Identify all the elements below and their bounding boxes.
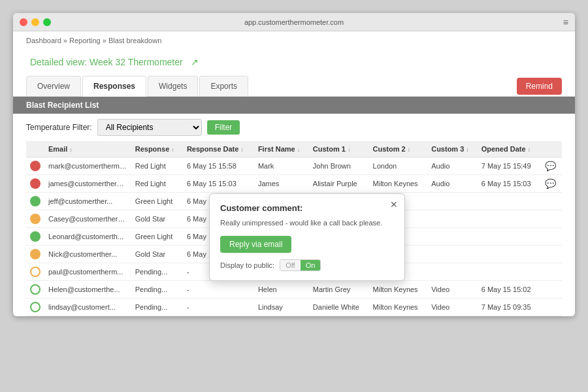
external-link-icon[interactable]: ↗ [191,57,199,67]
close-button[interactable] [20,18,27,26]
table-row[interactable]: mark@customerthermr... Red Light 6 May 1… [26,157,562,175]
public-toggle[interactable]: Off On [280,259,321,271]
col-opened-date[interactable]: Opened Date ↕ [478,141,541,157]
email-cell: Leonard@customerth... [44,228,131,246]
email-cell: jeff@customerther... [44,193,131,210]
reply-via-email-button[interactable]: Reply via email [220,236,291,253]
response-cell: Red Light [131,157,183,175]
first-name-cell: Helen [254,281,309,299]
tab-overview[interactable]: Overview [26,76,81,96]
opened-date-cell: 7 May 15 09:35 [478,299,541,316]
comment-cell[interactable] [541,246,562,263]
menu-icon[interactable]: ≡ [563,17,568,27]
custom2-cell: Milton Keynes [369,175,428,193]
filter-button[interactable]: Filter [207,120,240,135]
col-custom3[interactable]: Custom 3 ↕ [427,141,478,157]
toggle-off-option[interactable]: Off [280,260,300,270]
comment-cell[interactable] [541,228,562,246]
custom2-cell: London [369,157,428,175]
col-first-name[interactable]: First Name ↓ [254,141,309,157]
col-custom2[interactable]: Custom 2 ↕ [369,141,428,157]
custom2-cell: Milton Keynes [369,281,428,299]
table-container: Email ↕ Response ↕ Response Date ↕ First… [13,141,575,316]
comment-cell[interactable] [541,263,562,281]
tab-exports[interactable]: Exports [199,76,248,96]
col-icon [26,141,44,157]
customer-comment-popup: ✕ Customer comment: Really unimpressed -… [209,193,405,281]
custom1-cell: Martin Grey [309,281,369,299]
titlebar: app.customerthermometer.com ≡ [13,13,575,31]
status-icon-cell [26,175,44,193]
maximize-button[interactable] [43,18,51,26]
response-cell: Pending... [131,263,183,281]
status-icon-cell [26,299,44,316]
first-name-cell: Lindsay [254,299,309,316]
opened-date-cell [478,193,541,210]
status-icon [30,249,41,259]
custom1-cell: John Brown [309,157,369,175]
filter-row: Temperature Filter: All Recipients Filte… [13,114,575,141]
custom3-cell [427,263,478,281]
email-cell: james@customertherm... [44,175,131,193]
col-response-date[interactable]: Response Date ↕ [183,141,254,157]
col-email[interactable]: Email ↕ [44,141,131,157]
opened-date-cell: 6 May 15 15:02 [478,281,541,299]
email-cell: lindsay@customert... [44,299,131,316]
toggle-on-option[interactable]: On [301,260,321,270]
table-row[interactable]: Helen@customerthe... Pending... - Helen … [26,281,562,299]
email-cell: paul@customertherm... [44,263,131,281]
status-icon [30,196,41,206]
comment-cell[interactable] [541,210,562,228]
remind-button[interactable]: Remind [517,78,562,95]
comment-icon[interactable]: 💬 [545,161,556,171]
status-icon-cell [26,210,44,228]
first-name-cell: Mark [254,157,309,175]
status-icon [30,214,41,224]
status-icon [30,178,41,189]
comment-icon[interactable]: 💬 [545,178,556,189]
email-cell: Helen@customerthe... [44,281,131,299]
custom3-cell: Video [427,299,478,316]
custom1-cell: Danielle White [309,299,369,316]
status-icon [30,284,41,295]
custom3-cell: Audio [427,157,478,175]
comment-cell[interactable] [541,299,562,316]
traffic-lights [20,18,51,26]
page-title: Detailed view: Week 32 Thermometer ↗ [13,50,575,76]
section-header: Blast Recipient List [13,97,575,114]
table-row[interactable]: lindsay@customert... Pending... - Lindsa… [26,299,562,316]
tabs-bar: Overview Responses Widgets Exports Remin… [13,76,575,97]
response-cell: Pending... [131,281,183,299]
opened-date-cell [478,228,541,246]
status-icon-cell [26,157,44,175]
status-icon-cell [26,263,44,281]
custom1-cell: Alistair Purple [309,175,369,193]
opened-date-cell: 7 May 15 15:49 [478,157,541,175]
url-bar: app.customerthermometer.com [244,18,344,26]
comment-cell[interactable] [541,281,562,299]
comment-cell[interactable] [541,193,562,210]
minimize-button[interactable] [31,18,39,26]
custom3-cell [427,228,478,246]
tab-widgets[interactable]: Widgets [148,76,198,96]
table-row[interactable]: james@customertherm... Red Light 6 May 1… [26,175,562,193]
custom3-cell [427,210,478,228]
col-custom1[interactable]: Custom 1 ↕ [309,141,369,157]
col-response[interactable]: Response ↕ [131,141,183,157]
response-cell: Green Light [131,193,183,210]
temperature-filter-select[interactable]: All Recipients [97,119,202,136]
first-name-cell: James [254,175,309,193]
display-public-row: Display to public: Off On [220,259,394,271]
status-icon-cell [26,193,44,210]
custom2-cell: Milton Keynes [369,299,428,316]
popup-close-button[interactable]: ✕ [390,199,398,210]
status-icon [30,161,41,171]
display-public-label: Display to public: [220,261,274,269]
comment-cell[interactable]: 💬 [541,175,562,193]
opened-date-cell [478,210,541,228]
status-icon-cell [26,281,44,299]
response-cell: Green Light [131,228,183,246]
custom3-cell: Video [427,281,478,299]
tab-responses[interactable]: Responses [82,76,146,97]
comment-cell[interactable]: 💬 [541,157,562,175]
